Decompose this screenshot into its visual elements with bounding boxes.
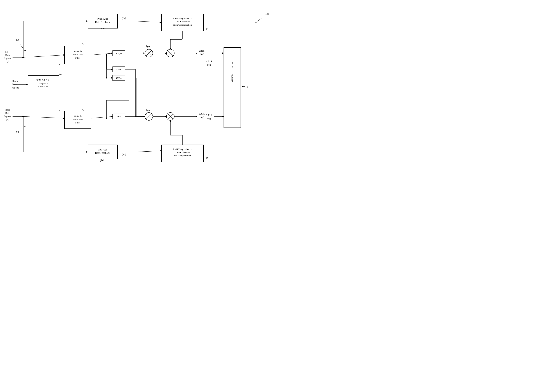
svg-line-82	[136, 21, 161, 22]
servos-s: S	[232, 62, 233, 65]
lag-roll-text3: Roll Compensation	[173, 154, 192, 157]
svg-marker-86	[160, 150, 161, 151]
svg-line-85	[136, 151, 161, 152]
var-bpf-bot-text2: Band–Pass	[73, 118, 83, 121]
svg-marker-29	[63, 117, 65, 119]
kiqb-text: KIQB	[116, 52, 121, 55]
ref-62-label: 62	[16, 39, 19, 42]
svg-marker-38	[58, 64, 60, 65]
svg-line-0	[255, 18, 262, 23]
lag-pitch-text1: LAG Progressive or	[173, 17, 192, 20]
servos-r: r	[232, 69, 233, 72]
servos-e: e	[232, 65, 233, 68]
rotor-speed-label: Rotor	[12, 80, 18, 83]
pd-note: (Pd)	[122, 153, 126, 156]
delta-b1s-deg: deg	[200, 53, 204, 55]
lag-pitch-text2: LAG Collective	[175, 20, 190, 23]
var-bpf-top-text3: Filter	[75, 56, 81, 59]
delta-b1s-label: ΔB1S	[206, 60, 212, 63]
svg-marker-32	[86, 151, 88, 153]
var-bpf-bot-text3: Filter	[75, 121, 81, 124]
ref-84: 84	[206, 27, 209, 30]
var-bpf-top-text1: Variable	[74, 50, 82, 53]
ref-70: 70	[82, 42, 84, 45]
servos-o: o	[232, 76, 233, 79]
svg-marker-46	[165, 53, 167, 54]
svg-point-93	[135, 116, 136, 117]
delta-b1s-label2: deg	[207, 63, 211, 66]
pitch-rate-label4: (Q)	[6, 60, 9, 63]
roll-rate-feedback-text1: Roll Axis	[98, 148, 107, 151]
pitch-rate-label: Pitch	[5, 51, 10, 53]
servos-box	[224, 47, 241, 128]
svg-marker-40	[58, 110, 60, 111]
pitch-rate-feedback-text1: Pitch Axis	[97, 18, 108, 20]
roll-rate-feedback-text2: Rate Feedback	[95, 151, 110, 154]
rlm-text1: RLM B–P Filter	[37, 79, 50, 81]
delta-a1s-label2: deg	[207, 117, 211, 120]
lag-roll-text2: LAG Collective	[175, 151, 190, 154]
roll-rate-label4: (P)	[6, 118, 9, 121]
pd-label: (Pd)	[100, 159, 104, 162]
roll-rate-label2: Rate	[5, 112, 10, 115]
kipa-text: KIPA	[116, 115, 121, 118]
rotor-speed-label3: rad/sec	[12, 86, 19, 89]
pitch-rate-label3: deg/sec	[4, 57, 11, 60]
svg-marker-68	[170, 120, 171, 122]
svg-line-28	[23, 116, 65, 118]
svg-marker-83	[160, 22, 161, 23]
svg-line-18	[23, 55, 65, 57]
ref-72: 72	[82, 108, 84, 111]
svg-marker-56	[165, 116, 167, 117]
servos-v: v	[232, 72, 233, 75]
var-bpf-top-text2: Band–Pass	[73, 53, 83, 56]
lag-roll-text1: LAG Progressive or	[173, 148, 192, 151]
ref-60-label: 60	[265, 12, 269, 16]
rlm-text3: Calculation	[38, 85, 48, 88]
delta-a1s-deg: deg	[200, 116, 204, 118]
diagram-svg: 60 62 64 Pitch Rate deg/sec (Q) Roll Rat…	[0, 0, 280, 196]
svg-marker-42	[111, 53, 113, 54]
servos-s2: s	[232, 80, 233, 83]
roll-rate-label: Roll	[5, 108, 10, 111]
kipb-text: KIPB	[116, 68, 121, 71]
ref-86: 86	[206, 156, 209, 159]
svg-marker-36	[26, 84, 28, 85]
kiqa-text: KIQA	[116, 77, 121, 79]
svg-marker-22	[86, 20, 88, 22]
pitch-rate-label2: Rate	[5, 54, 10, 57]
svg-marker-72	[111, 69, 113, 70]
svg-marker-7	[242, 86, 243, 87]
svg-marker-19	[63, 54, 65, 56]
rlm-text2: Frequency	[39, 82, 48, 85]
delta-a1s-val: ΔA1S	[199, 113, 205, 115]
pitch-rate-feedback-text2: Rate Feedback	[95, 21, 110, 24]
diagram-container: 60 62 64 Pitch Rate deg/sec (Q) Roll Rat…	[0, 0, 280, 196]
var-bpf-bot-text1: Variable	[74, 115, 82, 117]
delta-a1s-label: ΔA1S	[206, 114, 212, 117]
delta-b1s-val: ΔB1S	[199, 49, 205, 52]
svg-line-51	[91, 116, 113, 118]
ref-64-label: 64	[16, 130, 19, 133]
qd-note: (Qd)	[122, 17, 126, 19]
svg-marker-58	[196, 116, 197, 117]
svg-marker-78	[111, 77, 113, 79]
svg-marker-64	[170, 48, 171, 49]
svg-marker-48	[196, 53, 197, 54]
roll-rate-label3: deg/sec	[4, 115, 11, 118]
ref-80-text: 80	[146, 45, 148, 47]
svg-point-87	[106, 77, 107, 79]
lag-pitch-text3: Pitch Compensation	[173, 24, 192, 26]
ref-82-text: 82	[146, 108, 148, 111]
svg-line-41	[91, 53, 113, 55]
svg-marker-52	[111, 116, 113, 117]
ref-50: 50	[246, 85, 248, 88]
